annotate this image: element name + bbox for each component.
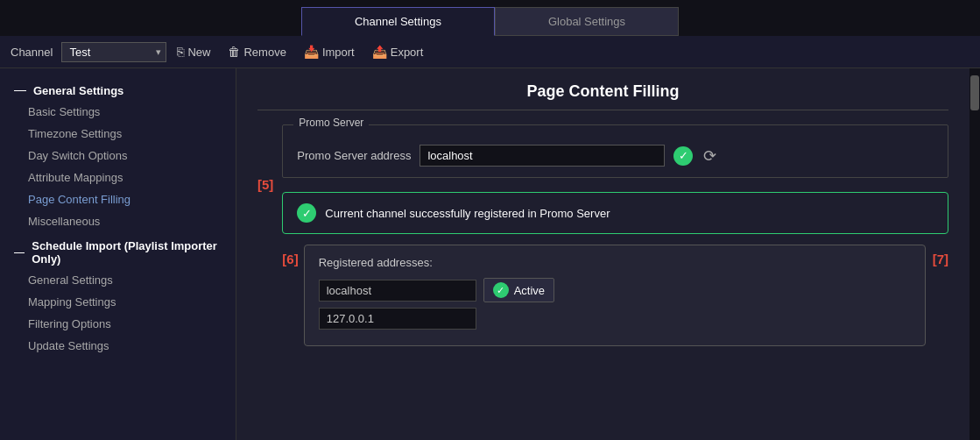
registered-addresses-box: Registered addresses: ✓ Active	[304, 245, 926, 346]
sidebar-item-day-switch-options[interactable]: Day Switch Options	[0, 145, 236, 167]
sidebar-group-schedule-import: Schedule Import (Playlist Importer Only)	[0, 232, 236, 269]
sidebar-item-miscellaneous[interactable]: Miscellaneous	[0, 210, 236, 232]
import-button[interactable]: 📥 Import	[297, 41, 362, 62]
registered-title: Registered addresses:	[319, 256, 911, 269]
sidebar-group-general: General Settings	[0, 77, 236, 101]
address-row-1	[319, 308, 911, 330]
promo-server-input[interactable]	[419, 145, 665, 167]
new-button[interactable]: ⎘ New	[170, 41, 217, 62]
annotation-7: [7]	[933, 252, 948, 266]
export-button[interactable]: 📤 Export	[365, 41, 431, 62]
annotation-5: [5]	[257, 177, 273, 192]
success-icon: ✓	[297, 203, 316, 223]
toolbar: Channel Test ⎘ New 🗑 Remove 📥 Import 📤 E…	[0, 36, 980, 68]
channel-select[interactable]: Test	[61, 42, 166, 62]
import-icon: 📥	[304, 45, 319, 59]
new-icon: ⎘	[177, 45, 184, 59]
annotation-6: [6]	[282, 252, 298, 266]
channel-select-wrapper[interactable]: Test	[61, 42, 166, 62]
address-field-0[interactable]	[319, 280, 476, 302]
tab-bar: Channel Settings Global Settings	[0, 0, 980, 36]
sidebar-item-timezone-settings[interactable]: Timezone Settings	[0, 123, 236, 145]
promo-server-row: Promo Server address ✓ ⟳	[297, 145, 934, 167]
remove-button[interactable]: 🗑 Remove	[221, 41, 293, 62]
scrollbar-thumb[interactable]	[970, 75, 979, 110]
check-circle-icon: ✓	[673, 146, 693, 166]
address-field-1[interactable]	[319, 308, 476, 330]
address-row-0: ✓ Active	[319, 278, 911, 302]
sidebar-item-mapping-settings[interactable]: Mapping Settings	[0, 291, 236, 313]
active-badge-label: Active	[514, 284, 545, 297]
promo-server-legend: Promo Server	[293, 117, 369, 129]
scrollbar-track[interactable]	[969, 68, 980, 440]
promo-server-section: Promo Server Promo Server address ✓ ⟳	[282, 124, 948, 178]
sidebar-item-filtering-options[interactable]: Filtering Options	[0, 313, 236, 335]
sidebar-item-basic-settings[interactable]: Basic Settings	[0, 101, 236, 123]
promo-server-address-label: Promo Server address	[297, 149, 411, 162]
sidebar-item-update-settings[interactable]: Update Settings	[0, 335, 236, 357]
sidebar-item-page-content-filling[interactable]: Page Content Filling	[0, 188, 236, 210]
success-box: ✓ Current channel successfully registere…	[282, 192, 948, 234]
sidebar: General Settings Basic Settings Timezone…	[0, 68, 236, 440]
sidebar-item-general-settings[interactable]: General Settings	[0, 269, 236, 291]
content-inner: Page Content Filling [5] Promo Server Pr…	[236, 68, 969, 367]
channel-label: Channel	[11, 46, 53, 59]
page-title: Page Content Filling	[257, 82, 948, 110]
refresh-button[interactable]: ⟳	[702, 146, 718, 166]
success-message: Current channel successfully registered …	[325, 207, 610, 220]
tab-channel-settings[interactable]: Channel Settings	[301, 7, 495, 36]
trash-icon: 🗑	[228, 45, 240, 59]
active-badge: ✓ Active	[483, 278, 554, 302]
content-area: Page Content Filling [5] Promo Server Pr…	[236, 68, 969, 440]
main-layout: General Settings Basic Settings Timezone…	[0, 68, 980, 440]
export-icon: 📤	[372, 45, 387, 59]
badge-check-icon: ✓	[493, 282, 509, 298]
sidebar-item-attribute-mappings[interactable]: Attribute Mappings	[0, 167, 236, 188]
tab-global-settings[interactable]: Global Settings	[495, 7, 679, 36]
